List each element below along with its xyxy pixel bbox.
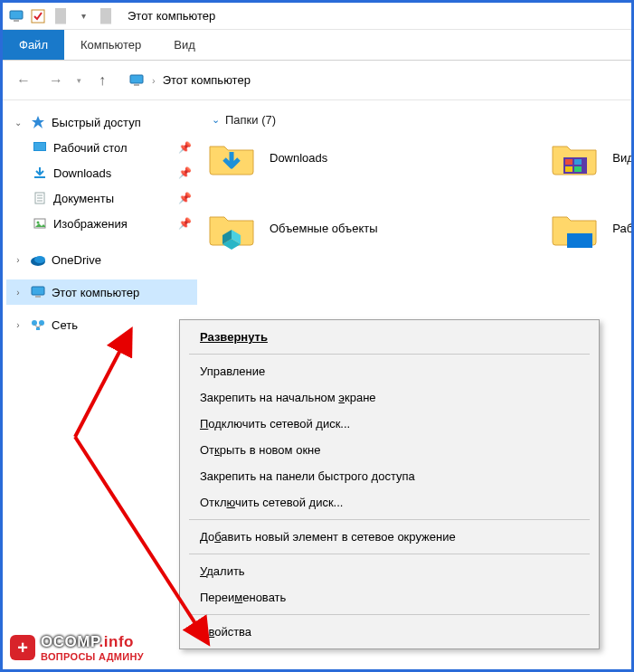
watermark: + OCOMP.info ВОПРОСЫ АДМИНУ bbox=[10, 633, 144, 662]
computer-icon bbox=[8, 8, 24, 24]
ctx-properties[interactable]: Свойства bbox=[182, 619, 597, 645]
3dobjects-folder-icon bbox=[206, 206, 257, 250]
svg-rect-17 bbox=[32, 287, 44, 295]
sidebar-item-label: Изображения bbox=[53, 217, 128, 231]
ctx-rename[interactable]: Переименовать bbox=[182, 584, 597, 610]
qat-properties-icon[interactable] bbox=[30, 8, 46, 24]
chevron-right-icon[interactable]: › bbox=[12, 255, 24, 265]
tab-computer[interactable]: Компьютер bbox=[64, 30, 157, 60]
breadcrumb[interactable]: › Этот компьютер bbox=[123, 68, 622, 93]
tab-label: Компьютер bbox=[80, 38, 141, 52]
svg-rect-29 bbox=[574, 159, 582, 165]
computer-icon bbox=[30, 284, 46, 300]
nav-forward-button[interactable]: → bbox=[44, 69, 68, 92]
folders-section-header[interactable]: ⌄ Папки (7) bbox=[212, 113, 631, 127]
svg-rect-18 bbox=[35, 296, 41, 298]
ctx-disconnect-drive[interactable]: Отключить сетевой диск... bbox=[182, 489, 597, 516]
chevron-right-icon[interactable]: › bbox=[12, 320, 24, 330]
ctx-label: Свойства bbox=[200, 625, 251, 639]
nav-bar: ← → ▾ ↑ › Этот компьютер bbox=[3, 61, 631, 100]
sidebar-item-label: Быстрый доступ bbox=[52, 116, 141, 129]
sidebar-item-onedrive[interactable]: › OneDrive bbox=[6, 247, 197, 272]
chevron-right-icon[interactable]: › bbox=[12, 288, 24, 298]
separator bbox=[189, 354, 590, 355]
ctx-label: Закрепить на панели быстрого доступа bbox=[200, 469, 415, 483]
ctx-pin-quick-access[interactable]: Закрепить на панели быстрого доступа bbox=[182, 463, 597, 489]
ctx-label: Переименовать bbox=[200, 591, 286, 604]
chevron-down-icon[interactable]: ⌄ bbox=[12, 118, 24, 128]
folder-label: Downloads bbox=[270, 151, 327, 165]
ctx-manage[interactable]: Управление bbox=[182, 358, 597, 384]
breadcrumb-segment[interactable]: Этот компьютер bbox=[163, 73, 251, 87]
sidebar-item-quick-access[interactable]: ⌄ Быстрый доступ bbox=[6, 109, 197, 135]
context-menu: Развернуть Управление Закрепить на начал… bbox=[179, 319, 600, 649]
ribbon-tabs: Файл Компьютер Вид bbox=[3, 30, 631, 61]
ctx-map-drive[interactable]: Подключить сетевой диск... bbox=[182, 411, 597, 437]
sidebar-item-this-pc[interactable]: › Этот компьютер bbox=[6, 279, 197, 305]
sidebar-item-label: Сеть bbox=[52, 318, 78, 332]
chevron-right-icon: › bbox=[152, 75, 156, 86]
ctx-open-new-window[interactable]: Открыть в новом окне bbox=[182, 437, 597, 463]
desktop-folder-icon bbox=[549, 206, 600, 250]
ctx-expand[interactable]: Развернуть bbox=[182, 324, 597, 350]
chevron-down-icon: ⌄ bbox=[212, 114, 220, 126]
tab-label: Вид bbox=[174, 38, 195, 52]
sidebar-item-label: Downloads bbox=[53, 166, 111, 180]
ctx-label: Закрепить на начальном экране bbox=[200, 391, 376, 404]
sidebar-item-network[interactable]: › Сеть bbox=[6, 312, 197, 337]
watermark-brand: OCOMP.info bbox=[41, 633, 144, 651]
network-icon bbox=[30, 317, 46, 333]
sidebar-item-label: Рабочий стол bbox=[53, 141, 128, 155]
onedrive-icon bbox=[30, 251, 46, 268]
ctx-add-network-location[interactable]: Добавить новый элемент в сетевое окружен… bbox=[182, 524, 597, 550]
folder-desktop[interactable]: Рабо bbox=[549, 206, 631, 250]
ctx-delete[interactable]: Удалить bbox=[182, 558, 597, 584]
pin-icon: 📌 bbox=[178, 192, 192, 204]
separator bbox=[55, 8, 66, 24]
separator bbox=[189, 519, 590, 520]
sidebar-item-desktop[interactable]: Рабочий стол 📌 bbox=[6, 135, 197, 160]
separator bbox=[100, 8, 111, 24]
videos-folder-icon bbox=[549, 136, 600, 179]
navigation-pane: ⌄ Быстрый доступ Рабочий стол 📌 Download… bbox=[3, 100, 197, 669]
nav-back-button[interactable]: ← bbox=[12, 69, 35, 92]
svg-rect-1 bbox=[14, 20, 19, 22]
separator bbox=[189, 614, 590, 615]
svg-rect-3 bbox=[130, 75, 143, 83]
svg-line-23 bbox=[38, 325, 42, 327]
downloads-folder-icon bbox=[206, 136, 257, 179]
svg-point-16 bbox=[34, 256, 45, 263]
documents-icon bbox=[32, 190, 48, 206]
ctx-pin-start[interactable]: Закрепить на начальном экране bbox=[182, 384, 597, 411]
sidebar-item-downloads[interactable]: Downloads 📌 bbox=[6, 160, 197, 185]
svg-marker-5 bbox=[32, 116, 44, 128]
plus-icon: + bbox=[10, 635, 35, 660]
sidebar-item-label: Документы bbox=[53, 192, 114, 205]
ctx-label: Подключить сетевой диск... bbox=[200, 417, 350, 431]
pin-icon: 📌 bbox=[178, 141, 192, 154]
images-icon bbox=[32, 215, 48, 232]
folder-videos[interactable]: Виде bbox=[549, 136, 631, 179]
qat-dropdown-icon[interactable]: ▾ bbox=[75, 8, 91, 24]
svg-rect-7 bbox=[34, 143, 45, 150]
star-icon bbox=[30, 114, 46, 130]
tab-file[interactable]: Файл bbox=[3, 30, 64, 60]
ctx-label: Открыть в новом окне bbox=[200, 443, 320, 457]
svg-rect-32 bbox=[567, 233, 592, 248]
desktop-icon bbox=[32, 139, 48, 156]
nav-up-button[interactable]: ↑ bbox=[90, 69, 114, 92]
folder-3d-objects[interactable]: Объемные объекты bbox=[206, 206, 378, 250]
svg-rect-0 bbox=[10, 11, 23, 19]
sidebar-item-pictures[interactable]: Изображения 📌 bbox=[6, 211, 197, 236]
folder-downloads[interactable]: Downloads bbox=[206, 136, 378, 179]
ctx-label: Удалить bbox=[200, 564, 245, 578]
svg-line-22 bbox=[34, 325, 38, 327]
nav-history-dropdown[interactable]: ▾ bbox=[77, 76, 81, 85]
tab-label: Файл bbox=[19, 38, 48, 52]
sidebar-item-documents[interactable]: Документы 📌 bbox=[6, 185, 197, 211]
svg-rect-30 bbox=[565, 166, 572, 172]
tab-view[interactable]: Вид bbox=[157, 30, 212, 60]
folder-label: Рабо bbox=[612, 222, 631, 235]
downloads-icon bbox=[32, 165, 48, 181]
sidebar-item-label: OneDrive bbox=[52, 253, 101, 267]
